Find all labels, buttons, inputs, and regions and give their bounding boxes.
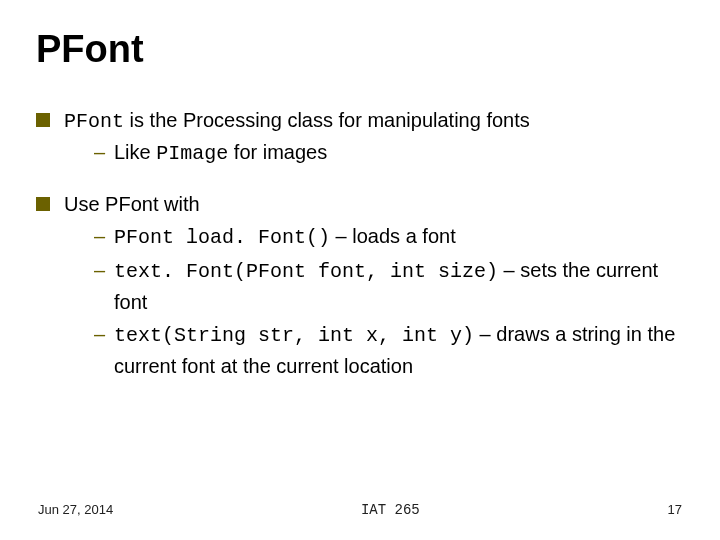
footer-date: Jun 27, 2014: [38, 502, 113, 517]
bullet-text-post: is the Processing class for manipulating…: [124, 109, 530, 131]
sub-bullet-item: – PFont load. Font() – loads a font: [64, 221, 684, 253]
dash-bullet-icon: –: [94, 137, 105, 167]
dash-bullet-icon: –: [94, 221, 105, 251]
bullet-list: PFont is the Processing class for manipu…: [36, 107, 684, 381]
bullet-item: PFont is the Processing class for manipu…: [36, 107, 684, 169]
dash-bullet-icon: –: [94, 255, 105, 285]
sub-text-code: text. Font(PFont font, int size): [114, 260, 498, 283]
footer-page-number: 17: [668, 502, 682, 517]
sub-text-code: PFont load. Font(): [114, 226, 330, 249]
sub-text-code: PImage: [156, 142, 228, 165]
bullet-text-code: PFont: [64, 110, 124, 133]
sub-text-post: for images: [228, 141, 327, 163]
slide: PFont PFont is the Processing class for …: [0, 0, 720, 540]
slide-title: PFont: [36, 28, 684, 71]
footer-course: IAT 265: [361, 502, 420, 518]
sub-bullet-item: – text. Font(PFont font, int size) – set…: [64, 255, 684, 317]
square-bullet-icon: [36, 113, 50, 127]
dash-bullet-icon: –: [94, 319, 105, 349]
sub-text-code: text(String str, int x, int y): [114, 324, 474, 347]
sub-bullet-item: – Like PImage for images: [64, 137, 684, 169]
sub-text-post: – loads a font: [330, 225, 456, 247]
bullet-item: Use PFont with – PFont load. Font() – lo…: [36, 191, 684, 381]
square-bullet-icon: [36, 197, 50, 211]
sub-text-pre: Like: [114, 141, 156, 163]
sub-bullet-item: – text(String str, int x, int y) – draws…: [64, 319, 684, 381]
footer: Jun 27, 2014 IAT 265 17: [38, 502, 682, 518]
bullet-text-pre: Use PFont with: [64, 193, 200, 215]
